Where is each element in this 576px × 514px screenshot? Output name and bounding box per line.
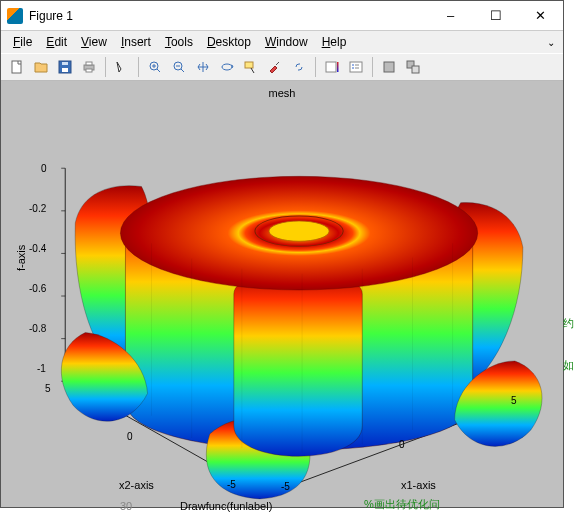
link-button[interactable] [288,56,310,78]
menu-overflow-icon[interactable]: ⌄ [547,37,555,48]
bg-text-c: 30 [120,500,132,512]
rotate3d-button[interactable] [216,56,238,78]
toolbar [1,53,563,81]
ztick-4: -0.8 [29,323,46,334]
close-button[interactable]: ✕ [518,1,563,31]
ztick-1: -0.2 [29,203,46,214]
svg-rect-6 [86,69,92,72]
zoom-out-button[interactable] [168,56,190,78]
xtick-0: 0 [399,439,405,450]
zoom-in-button[interactable] [144,56,166,78]
menu-file[interactable]: File [7,33,38,51]
y-axis-label: x2-axis [119,479,154,491]
ytick--5: -5 [227,479,236,490]
ztick-3: -0.6 [29,283,46,294]
hide-plot-tools-button[interactable] [378,56,400,78]
svg-rect-11 [326,62,336,72]
svg-rect-14 [384,62,394,72]
x-axis-label: x1-axis [401,479,436,491]
datacursor-button[interactable] [240,56,262,78]
matlab-icon [7,8,23,24]
menu-desktop[interactable]: Desktop [201,33,257,51]
window-title: Figure 1 [29,9,428,23]
maximize-button[interactable]: ☐ [473,1,518,31]
ztick-0: 0 [41,163,47,174]
ztick-2: -0.4 [29,243,46,254]
ytick-5: 5 [45,383,51,394]
edit-plot-button[interactable] [111,56,133,78]
svg-rect-10 [245,62,253,68]
xtick--5: -5 [281,481,290,492]
bg-text-e: %画出待优化问 [364,497,440,512]
minimize-button[interactable]: – [428,1,473,31]
svg-point-9 [222,64,232,70]
menu-tools[interactable]: Tools [159,33,199,51]
chart-title: mesh [269,87,296,99]
svg-rect-5 [86,62,92,65]
menu-view[interactable]: View [75,33,113,51]
svg-rect-16 [412,66,419,73]
brush-button[interactable] [264,56,286,78]
insert-colorbar-button[interactable] [321,56,343,78]
menu-insert[interactable]: Insert [115,33,157,51]
menubar: File Edit View Insert Tools Desktop Wind… [1,31,563,53]
open-button[interactable] [30,56,52,78]
show-plot-tools-button[interactable] [402,56,424,78]
new-figure-button[interactable] [6,56,28,78]
xtick-5: 5 [511,395,517,406]
axes-3d[interactable]: mesh [1,81,563,507]
svg-rect-0 [12,61,21,73]
bg-text-b: 如 [563,358,574,373]
ytick-0: 0 [127,431,133,442]
svg-point-25 [269,221,329,241]
print-button[interactable] [78,56,100,78]
svg-rect-3 [62,62,68,65]
titlebar: Figure 1 – ☐ ✕ [1,1,563,31]
bg-text-a: 约 [563,316,574,331]
svg-rect-12 [337,62,339,72]
insert-legend-button[interactable] [345,56,367,78]
menu-edit[interactable]: Edit [40,33,73,51]
menu-window[interactable]: Window [259,33,314,51]
ztick-5: -1 [37,363,46,374]
svg-rect-13 [350,62,362,72]
save-button[interactable] [54,56,76,78]
svg-rect-2 [62,68,68,72]
surface-plot-svg [1,81,563,507]
z-axis-label: f-axis [15,245,27,271]
bg-text-d: Drawfunc(funlabel) [180,500,272,512]
pan-button[interactable] [192,56,214,78]
menu-help[interactable]: Help [316,33,353,51]
